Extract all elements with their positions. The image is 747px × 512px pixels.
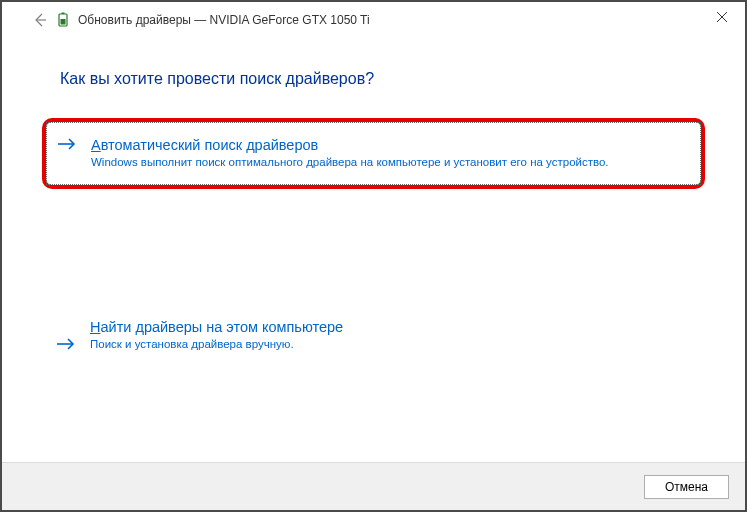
option-browse-desc: Поиск и установка драйвера вручную. xyxy=(90,337,705,352)
content-area: Как вы хотите провести поиск драйверов? … xyxy=(2,38,745,352)
dialog-window: Обновить драйверы — NVIDIA GeForce GTX 1… xyxy=(0,0,747,512)
close-button[interactable] xyxy=(699,2,745,32)
option-auto-search-highlight: Автоматический поиск драйверов Windows в… xyxy=(42,118,705,189)
option-browse-computer[interactable]: Найти драйверы на этом компьютере Поиск … xyxy=(42,319,705,352)
back-arrow-icon[interactable] xyxy=(30,10,50,30)
cancel-button[interactable]: Отмена xyxy=(644,475,729,499)
footer-bar: Отмена xyxy=(2,462,745,510)
svg-rect-2 xyxy=(62,13,65,15)
close-icon xyxy=(717,12,727,22)
window-title: Обновить драйверы — NVIDIA GeForce GTX 1… xyxy=(78,13,370,27)
option-browse-title: Найти драйверы на этом компьютере xyxy=(90,319,705,335)
device-icon xyxy=(58,13,72,27)
option-auto-title: Автоматический поиск драйверов xyxy=(91,137,684,153)
titlebar: Обновить драйверы — NVIDIA GeForce GTX 1… xyxy=(2,2,745,38)
option-auto-search[interactable]: Автоматический поиск драйверов Windows в… xyxy=(46,122,701,185)
option-auto-desc: Windows выполнит поиск оптимального драй… xyxy=(91,155,684,170)
page-heading: Как вы хотите провести поиск драйверов? xyxy=(42,70,705,88)
svg-rect-3 xyxy=(61,19,66,25)
arrow-right-icon xyxy=(56,336,76,356)
arrow-right-icon xyxy=(57,136,77,156)
